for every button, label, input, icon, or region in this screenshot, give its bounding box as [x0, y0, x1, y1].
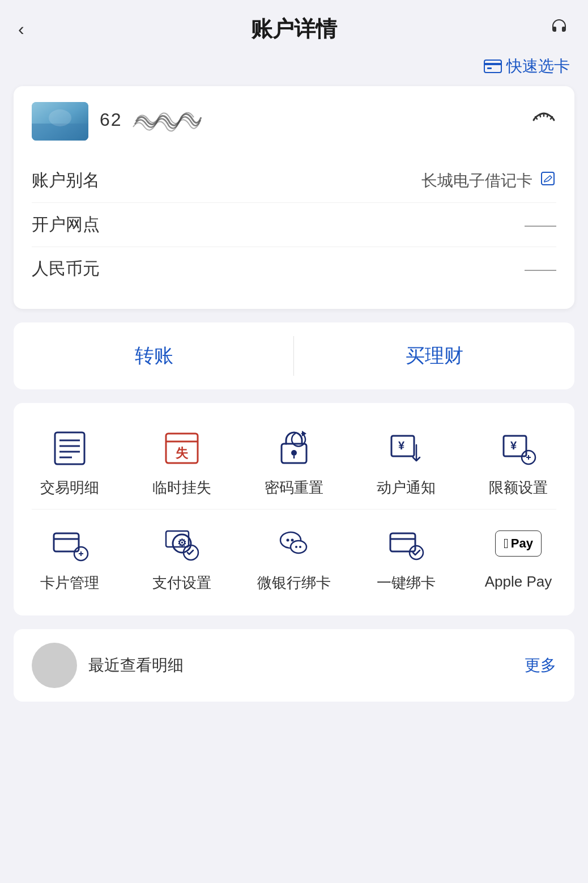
func-apple-pay[interactable]:  Pay Apple Pay [467, 521, 569, 593]
card-number-row: 62 [32, 102, 556, 141]
edit-alias-icon[interactable] [539, 170, 556, 191]
apple-pay-text: Pay [511, 536, 533, 551]
func-bind-card-label: 一键绑卡 [377, 573, 436, 593]
limit-icon: ¥ [496, 426, 541, 471]
bottom-section: 最近查看明细 更多 [14, 629, 574, 702]
invest-button[interactable]: 买理财 [294, 322, 574, 389]
currency-row: 人民币元 —— [32, 247, 556, 291]
alias-value: 长城电子借记卡 [421, 170, 556, 192]
func-password[interactable]: 密码重置 [243, 426, 345, 498]
func-limit[interactable]: ¥ 限额设置 [467, 426, 569, 498]
func-card-mgr[interactable]: 卡片管理 [19, 521, 121, 593]
action-buttons: 转账 买理财 [14, 322, 574, 389]
svg-text:¥: ¥ [398, 439, 405, 452]
func-card-mgr-label: 卡片管理 [40, 573, 99, 593]
svg-point-43 [410, 546, 423, 559]
func-pay-settings-label: 支付设置 [152, 573, 211, 593]
func-bind-card[interactable]: 一键绑卡 [355, 521, 457, 593]
transfer-button[interactable]: 转账 [14, 322, 294, 389]
func-transaction[interactable]: 交易明细 [19, 426, 121, 498]
branch-value: —— [525, 216, 556, 234]
toggle-visibility-icon[interactable] [531, 109, 556, 133]
notify-icon: ¥ [384, 426, 429, 471]
bottom-avatar [32, 643, 77, 688]
svg-rect-7 [55, 432, 84, 464]
svg-text:¥: ¥ [510, 439, 517, 452]
pay-settings-icon: ⚙ [159, 521, 204, 566]
bottom-text: 最近查看明细 [88, 655, 513, 676]
currency-label: 人民币元 [32, 257, 100, 281]
header: ‹ 账户详情 [0, 0, 588, 51]
card-section: 62 账户别名 长城电子借记卡 [14, 86, 574, 309]
func-transaction-label: 交易明细 [40, 478, 99, 498]
svg-rect-0 [484, 60, 501, 73]
func-wechat-bind-label: 微银行绑卡 [257, 573, 331, 593]
function-row-2: 卡片管理 ⚙ 支付设置 [14, 510, 574, 604]
function-grid: 交易明细 失 临时挂失 [14, 403, 574, 615]
func-notify[interactable]: ¥ 动户通知 [355, 426, 457, 498]
svg-rect-1 [484, 63, 501, 65]
page-title: 账户详情 [251, 15, 337, 44]
func-pay-settings[interactable]: ⚙ 支付设置 [131, 521, 233, 593]
card-alias-row: 账户别名 长城电子借记卡 [32, 159, 556, 203]
apple-pay-icon:  Pay [496, 521, 541, 566]
branch-row: 开户网点 —— [32, 203, 556, 247]
function-row-1: 交易明细 失 临时挂失 [14, 414, 574, 509]
func-suspend[interactable]: 失 临时挂失 [131, 426, 233, 498]
suspend-icon: 失 [159, 426, 204, 471]
branch-label: 开户网点 [32, 213, 100, 236]
wechat-bind-icon [271, 521, 317, 566]
func-wechat-bind[interactable]: 微银行绑卡 [243, 521, 345, 593]
alias-label: 账户别名 [32, 169, 100, 192]
quick-select-label: 快速选卡 [506, 56, 570, 77]
func-password-label: 密码重置 [265, 478, 323, 498]
svg-rect-26 [54, 533, 79, 551]
svg-point-16 [291, 450, 297, 456]
currency-value: —— [525, 260, 556, 278]
bottom-more-link[interactable]: 更多 [525, 655, 556, 676]
quick-select-bar: 快速选卡 [0, 51, 588, 86]
svg-point-36 [291, 541, 306, 553]
card-number: 62 [100, 107, 520, 135]
svg-rect-2 [487, 67, 492, 69]
func-limit-label: 限额设置 [489, 478, 548, 498]
password-icon [271, 426, 317, 471]
func-apple-pay-label: Apple Pay [485, 573, 552, 591]
svg-point-39 [295, 546, 297, 548]
quick-select-button[interactable]: 快速选卡 [484, 56, 570, 77]
headset-icon[interactable] [548, 16, 570, 42]
svg-rect-6 [542, 172, 554, 185]
card-thumbnail [32, 102, 88, 141]
svg-point-37 [287, 539, 289, 542]
svg-point-38 [291, 539, 294, 542]
func-suspend-label: 临时挂失 [152, 478, 211, 498]
func-notify-label: 动户通知 [377, 478, 436, 498]
svg-text:失: 失 [175, 446, 189, 460]
transaction-icon [47, 426, 92, 471]
card-mgr-icon [47, 521, 92, 566]
svg-point-40 [299, 546, 301, 548]
bind-card-icon [384, 521, 429, 566]
svg-point-5 [49, 109, 71, 126]
apple-logo:  [504, 536, 509, 551]
card-type-text: 长城电子借记卡 [421, 170, 532, 192]
back-button[interactable]: ‹ [18, 19, 24, 40]
